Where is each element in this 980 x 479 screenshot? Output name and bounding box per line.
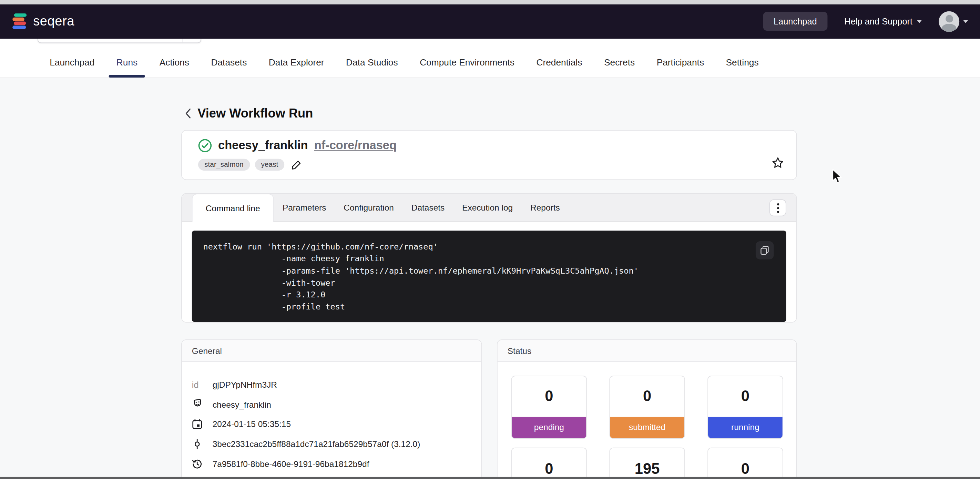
workspace-nav: Launchpad Runs Actions Datasets Data Exp… — [0, 38, 980, 78]
id-label: id — [192, 380, 199, 390]
seqera-logo-icon — [12, 13, 27, 30]
nav-tab-secrets[interactable]: Secrets — [601, 57, 638, 78]
launchpad-button[interactable]: Launchpad — [763, 12, 827, 31]
nav-tab-launchpad[interactable]: Launchpad — [47, 57, 97, 78]
run-label-pill[interactable]: star_salmon — [198, 159, 250, 170]
status-tile: 0 — [708, 448, 783, 479]
copy-icon — [760, 246, 770, 255]
nav-tab-credentials[interactable]: Credentials — [534, 57, 585, 78]
brand-name: seqera — [33, 14, 75, 29]
nav-tab-data-explorer[interactable]: Data Explorer — [266, 57, 327, 78]
git-commit-icon — [192, 439, 203, 449]
mouse-cursor — [832, 169, 843, 188]
star-icon — [772, 157, 784, 169]
page-header: View Workflow Run — [185, 106, 980, 121]
tab-execution-log[interactable]: Execution log — [453, 194, 522, 221]
tab-reports[interactable]: Reports — [522, 194, 569, 221]
status-tile: 0 — [511, 448, 587, 479]
commit-value: 3bec2331cac2b5ff88a1dc71a21fab6529b57a0f… — [213, 439, 420, 449]
edit-labels-button[interactable] — [291, 159, 301, 170]
submitted-count: 0 — [610, 376, 684, 417]
run-name-masks-icon — [192, 399, 203, 411]
status-count: 195 — [610, 448, 684, 479]
status-count: 0 — [708, 448, 783, 479]
pencil-icon — [291, 159, 301, 170]
browser-chrome-strip — [0, 0, 980, 5]
help-support-label: Help and Support — [844, 16, 912, 27]
session-id-value: 7a9581f0-8bbe-460e-9191-96ba1812b9df — [213, 459, 369, 469]
status-tile: 195 — [609, 448, 685, 479]
submitted-label: submitted — [610, 417, 684, 438]
top-navbar: seqera Launchpad Help and Support — [0, 5, 980, 38]
star-run-button[interactable] — [772, 157, 784, 171]
tab-parameters[interactable]: Parameters — [274, 194, 335, 221]
general-row-id: id gjDPYpNHfm3JR — [192, 375, 471, 395]
chevron-down-icon — [917, 20, 922, 23]
back-button[interactable] — [185, 108, 191, 119]
running-count: 0 — [708, 376, 783, 417]
user-menu[interactable] — [939, 11, 968, 32]
status-section-header: Status — [498, 340, 796, 362]
calendar-icon — [192, 419, 203, 430]
nav-tab-data-studios[interactable]: Data Studios — [344, 57, 401, 78]
nav-tab-datasets[interactable]: Datasets — [208, 57, 249, 78]
pipeline-link[interactable]: nf-core/rnaseq — [314, 139, 397, 153]
run-label-pill[interactable]: yeast — [255, 159, 284, 170]
status-section: Status 0 pending 0 submitted 0 — [497, 339, 797, 479]
command-line-block: nextflow run 'https://github.com/nf-core… — [192, 231, 786, 322]
general-row-run-name: cheesy_franklin — [192, 395, 471, 415]
general-section-header: General — [182, 340, 481, 362]
status-tile-submitted: 0 submitted — [609, 376, 685, 439]
kebab-menu-icon — [777, 203, 779, 213]
nav-tab-participants[interactable]: Participants — [654, 57, 706, 78]
chevron-left-icon — [185, 108, 191, 119]
success-check-icon — [198, 139, 212, 153]
seqera-logo[interactable]: seqera — [12, 13, 74, 30]
app-screen: seqera Launchpad Help and Support Launch… — [0, 0, 980, 479]
page-title: View Workflow Run — [197, 106, 313, 121]
pending-label: pending — [512, 417, 586, 438]
tab-datasets[interactable]: Datasets — [402, 194, 453, 221]
copy-command-button[interactable] — [756, 241, 774, 259]
run-overview-card: cheesy_franklin nf-core/rnaseq star_salm… — [181, 130, 797, 180]
nav-tab-actions[interactable]: Actions — [157, 57, 192, 78]
nav-tab-settings[interactable]: Settings — [723, 57, 761, 78]
running-label: running — [708, 417, 783, 438]
more-options-button[interactable] — [770, 199, 786, 216]
status-count: 0 — [512, 448, 586, 479]
general-row-date: 2024-01-15 05:35:15 — [192, 415, 471, 434]
general-row-session: 7a9581f0-8bbe-460e-9191-96ba1812b9df — [192, 454, 471, 474]
run-detail-card: Command line Parameters Configuration Da… — [181, 193, 797, 322]
run-id-value: gjDPYpNHfm3JR — [213, 380, 277, 390]
avatar — [939, 11, 959, 32]
detail-tabs: Command line Parameters Configuration Da… — [182, 194, 796, 222]
run-name-value: cheesy_franklin — [213, 400, 271, 409]
general-row-commit: 3bec2331cac2b5ff88a1dc71a21fab6529b57a0f… — [192, 434, 471, 454]
nav-tab-runs[interactable]: Runs — [114, 57, 140, 78]
command-line-text: nextflow run 'https://github.com/nf-core… — [203, 240, 786, 313]
status-tile-pending: 0 pending — [511, 376, 587, 439]
tab-configuration[interactable]: Configuration — [335, 194, 402, 221]
session-history-icon — [192, 459, 203, 469]
nav-tab-compute-environments[interactable]: Compute Environments — [417, 57, 517, 78]
chevron-down-icon — [963, 20, 968, 23]
bottom-edge-strip — [0, 477, 980, 479]
pending-count: 0 — [512, 376, 586, 417]
help-support-menu[interactable]: Help and Support — [844, 16, 922, 27]
run-name: cheesy_franklin — [218, 139, 308, 153]
run-date-value: 2024-01-15 05:35:15 — [213, 420, 291, 429]
general-section: General id gjDPYpNHfm3JR — [181, 339, 482, 479]
status-tile-running: 0 running — [708, 376, 783, 439]
tab-command-line[interactable]: Command line — [192, 194, 274, 222]
